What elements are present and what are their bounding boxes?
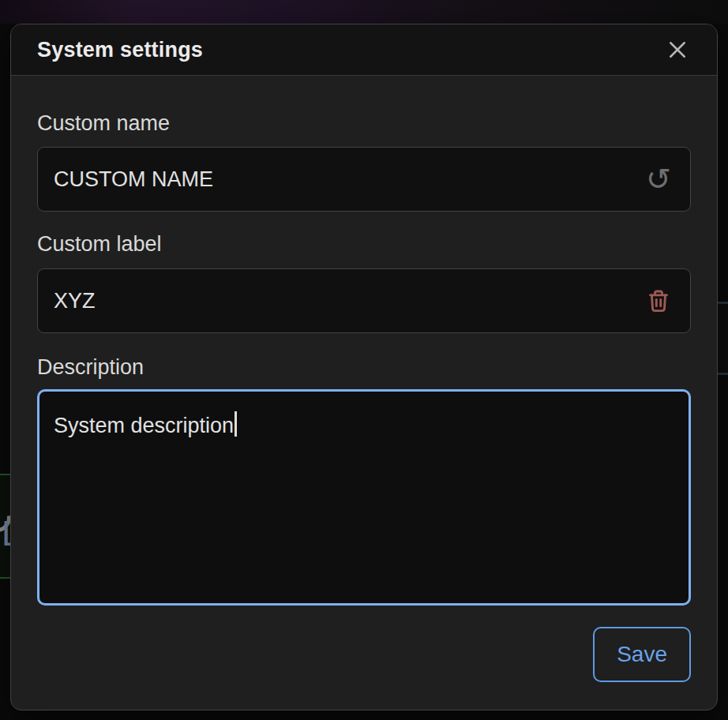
dialog-body: Custom name ↺ Custom label (11, 76, 717, 710)
trash-icon (644, 287, 673, 315)
system-settings-dialog: System settings Custom name ↺ Custom lab… (10, 24, 718, 711)
text-cursor (235, 411, 237, 437)
dialog-title: System settings (37, 38, 203, 62)
custom-label-label: Custom label (37, 232, 691, 256)
background-divider-line (718, 373, 728, 375)
custom-name-input[interactable] (37, 147, 691, 212)
background-right-panel (718, 304, 728, 373)
save-button[interactable]: Save (593, 627, 691, 682)
delete-custom-label-button[interactable] (642, 284, 675, 317)
custom-name-label: Custom name (37, 111, 691, 135)
background-partial-item: L (0, 474, 10, 579)
background-top-gradient (0, 0, 728, 24)
custom-label-input[interactable] (37, 268, 691, 333)
description-label: Description (37, 355, 691, 379)
custom-label-field-wrap (37, 268, 691, 333)
description-textarea[interactable]: System description (37, 389, 691, 606)
dialog-footer: Save (37, 627, 691, 682)
x-icon (666, 38, 689, 62)
close-button[interactable] (662, 34, 693, 66)
description-text: System description (54, 414, 234, 437)
background-partial-letter: L (2, 516, 10, 551)
reset-custom-name-button[interactable]: ↺ (642, 163, 675, 196)
dialog-header: System settings (11, 24, 717, 76)
background-divider-line (718, 302, 728, 304)
rotate-ccw-icon: ↺ (646, 164, 671, 194)
custom-name-field-wrap: ↺ (37, 147, 691, 212)
